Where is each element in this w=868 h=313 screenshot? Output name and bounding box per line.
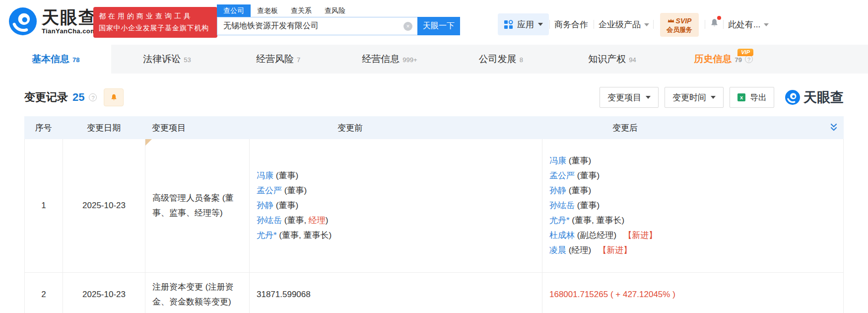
main-content: 变更记录 25 ? 变更项目 变更时间 x (0, 86, 868, 313)
tab-legal-litigation[interactable]: 法律诉讼 53 (111, 45, 222, 74)
divider (549, 20, 550, 29)
person-link[interactable]: 孙竑岳 (257, 216, 282, 225)
table-header-row: 序号 变更日期 变更项目 变更前 变更后 (24, 116, 844, 139)
notification-bell-icon[interactable] (709, 17, 720, 30)
tab-company-development[interactable]: 公司发展 8 (445, 45, 556, 74)
divider (653, 20, 654, 29)
brand-name: 天眼查 (42, 8, 97, 26)
cell-before: 冯康 (董事)孟公严 (董事)孙静 (董事)孙竑岳 (董事, 经理)尤丹* (董… (250, 139, 542, 272)
filter-label: 变更时间 (672, 92, 706, 103)
apps-menu[interactable]: 应用 (498, 13, 549, 35)
person-link[interactable]: 凌晨 (549, 245, 566, 255)
svip-member-service[interactable]: SVIP 会员服务 (660, 13, 699, 37)
tab-intellectual-property[interactable]: 知识产权 94 (556, 45, 668, 74)
chevron-down-icon (646, 96, 651, 99)
person-link[interactable]: 孟公严 (549, 171, 575, 180)
table-row: 1 2025-10-23 高级管理人员备案 (董事、监事、经理等) 冯康 (董事… (25, 139, 843, 273)
top-bar: 天眼查 TianYanCha.com 都在用的商业查询工具 国家中小企业发展子基… (0, 0, 868, 45)
apps-label: 应用 (517, 19, 534, 30)
tab-label: 知识产权 (588, 53, 626, 66)
tab-label: 公司发展 (479, 53, 517, 66)
person-link[interactable]: 尤丹* (257, 231, 277, 240)
search-tab-risk[interactable]: 查风险 (318, 4, 352, 17)
search-tab-boss[interactable]: 查老板 (251, 4, 284, 17)
search-box: × 天眼一下 (217, 17, 460, 35)
svg-text:x: x (740, 94, 743, 100)
crown-icon (668, 18, 674, 23)
note-corner-marker (145, 139, 152, 146)
person-link[interactable]: 孟公严 (257, 186, 282, 195)
person-link[interactable]: 孙竑岳 (549, 201, 575, 210)
clear-search-icon[interactable]: × (403, 22, 412, 31)
company-nav-bar: 基本信息 78 法律诉讼 53 经营风险 7 经营信息 999+ 公司发展 8 … (0, 45, 868, 74)
col-header-no: 序号 (24, 122, 63, 134)
cell-no: 1 (25, 139, 63, 272)
tab-count: 7 (297, 56, 300, 64)
cell-before: 31871.599068 (250, 273, 542, 313)
change-record-table: 序号 变更日期 变更项目 变更前 变更后 1 2025-10-23 高级管理人员… (24, 116, 844, 313)
cell-change-item: 注册资本变更 (注册资金、资金数额等变更) (145, 273, 250, 313)
svip-label: SVIP (676, 17, 692, 24)
business-label: 商务合作 (554, 19, 588, 30)
tab-count: 8 (520, 56, 523, 64)
person-link[interactable]: 冯康 (257, 171, 273, 180)
person-link[interactable]: 孙静 (257, 201, 273, 210)
search-button[interactable]: 天眼一下 (417, 17, 460, 35)
tab-count: 79 (735, 56, 742, 64)
help-icon[interactable]: ? (745, 55, 753, 63)
apps-grid-icon (504, 20, 513, 29)
search-input-wrap: × (217, 17, 417, 35)
filter-change-item-dropdown[interactable]: 变更项目 (600, 87, 659, 108)
tab-basic-info[interactable]: 基本信息 78 (0, 45, 111, 74)
tab-count: 53 (184, 56, 191, 64)
tab-operating-risk[interactable]: 经营风险 7 (223, 45, 334, 74)
section-count: 25 (72, 91, 84, 104)
divider (705, 20, 705, 29)
col-header-item: 变更项目 (145, 122, 249, 134)
person-link[interactable]: 杜成林 (549, 231, 575, 240)
tab-count: 999+ (402, 56, 417, 64)
account-menu[interactable]: 此处有... (728, 19, 769, 30)
chevron-down-icon (644, 23, 649, 26)
export-button[interactable]: x 导出 (730, 87, 774, 108)
tab-business-info[interactable]: 经营信息 999+ (334, 45, 445, 74)
change-record-header: 变更记录 25 ? 变更项目 变更时间 x (24, 86, 844, 108)
account-label: 此处有... (728, 19, 760, 30)
person-link[interactable]: 冯康 (549, 156, 566, 165)
tab-label: 历史信息 (694, 53, 732, 66)
tab-count: 94 (629, 56, 636, 64)
col-header-date: 变更日期 (63, 122, 145, 134)
collapse-all-icon[interactable] (829, 123, 838, 133)
cell-after: 168001.715265 ( + 427.12045% ) (542, 273, 760, 313)
monitor-bell-button[interactable] (104, 88, 124, 106)
tab-label: 经营风险 (256, 53, 294, 66)
excel-icon: x (737, 93, 746, 102)
brand-slogan-badge: 都在用的商业查询工具 国家中小企业发展子基金旗下机构 (93, 7, 217, 38)
enterprise-label: 企业级产品 (599, 19, 641, 30)
filter-label: 变更项目 (607, 92, 641, 103)
tab-history-info[interactable]: VIP 历史信息 79 ? (668, 45, 779, 74)
search-tab-relation[interactable]: 查关系 (284, 4, 318, 17)
tianyancha-logo[interactable]: 天眼查 TianYanCha.com (9, 7, 97, 35)
help-icon[interactable]: ? (89, 93, 97, 101)
tab-label: 基本信息 (32, 53, 69, 66)
filter-change-time-dropdown[interactable]: 变更时间 (665, 87, 724, 108)
chevron-down-icon (538, 23, 543, 26)
menu-enterprise-products[interactable]: 企业级产品 (599, 19, 649, 30)
export-label: 导出 (750, 92, 767, 103)
cell-after: 冯康 (董事)孟公严 (董事)孙静 (董事)孙竑岳 (董事)尤丹* (董事, 董… (542, 139, 760, 272)
search-input[interactable] (217, 17, 417, 35)
person-link[interactable]: 尤丹* (549, 216, 570, 225)
chevron-down-icon (764, 23, 769, 26)
tianyancha-swirl-icon (785, 90, 800, 105)
search-tabs: 查公司 查老板 查关系 查风险 (217, 4, 460, 17)
divider (723, 20, 724, 29)
search-tab-company[interactable]: 查公司 (217, 4, 251, 17)
tianyancha-watermark: 天眼查 (785, 88, 844, 106)
slogan-line1: 都在用的商业查询工具 (99, 12, 212, 21)
menu-business-cooperation[interactable]: 商务合作 (554, 19, 588, 30)
table-row: 2 2025-10-23 注册资本变更 (注册资金、资金数额等变更) 31871… (25, 273, 843, 313)
cell-no: 2 (25, 273, 63, 313)
person-link[interactable]: 孙静 (549, 186, 566, 195)
divider (594, 20, 594, 29)
